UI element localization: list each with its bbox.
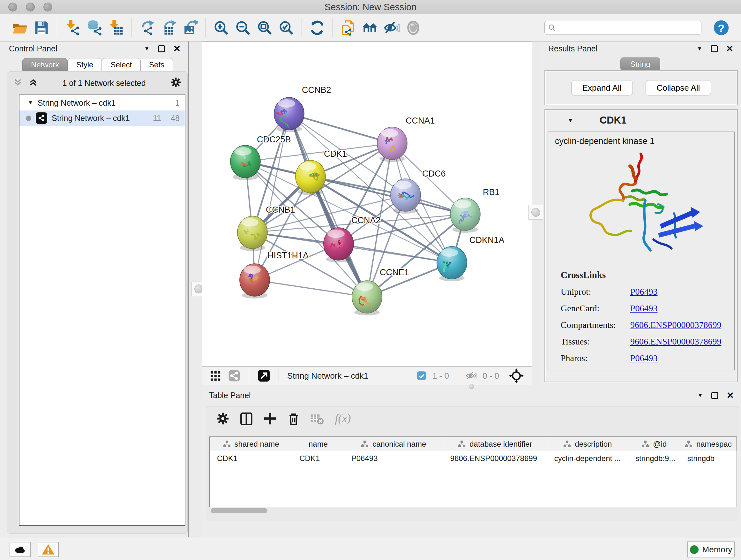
add-column-icon[interactable] [263,412,277,427]
network-view-icon[interactable] [227,368,241,384]
panel-menu-icon[interactable]: ▼ [144,46,150,52]
node-ccnb2[interactable] [274,98,304,132]
collapse-all-button[interactable]: Collapse All [646,80,711,96]
table-horizontal-scrollbar[interactable] [211,508,267,513]
column-header--id[interactable]: @id [628,437,680,451]
horizontal-splitter-handle[interactable] [469,384,474,389]
close-panel-icon[interactable]: ✕ [173,44,181,53]
gear-icon[interactable] [216,412,230,427]
edge-count: 48 [161,114,180,123]
node-ccna1[interactable] [377,127,407,162]
column-header-description[interactable]: description [547,437,628,451]
tab-sets[interactable]: Sets [140,58,173,71]
clone-network-icon[interactable] [340,19,356,36]
float-panel-icon[interactable] [711,45,718,52]
import-table-icon[interactable] [108,19,124,36]
zoom-out-icon[interactable] [234,19,251,36]
network-options-gear-icon[interactable] [170,77,182,89]
column-header-canonical-name[interactable]: canonical name [344,437,443,451]
import-database-icon[interactable] [86,19,103,36]
close-panel-icon[interactable]: ✕ [727,391,734,400]
node-cdc25b[interactable] [230,145,260,180]
open-session-icon[interactable] [11,19,28,36]
crosslink-link[interactable]: 9606.ENSP00000378699 [630,320,721,330]
node-label-hist1h1a: HIST1H1A [267,251,309,260]
export-image-icon[interactable] [182,19,199,36]
node-cdkn1a[interactable] [437,246,467,281]
column-header-shared-name[interactable]: shared name [210,437,292,451]
warnings-button[interactable] [38,542,59,557]
save-session-icon[interactable] [33,19,50,36]
crosslink-row: GeneCard:P06493 [561,303,721,314]
node-cdc6[interactable] [391,179,421,213]
tab-style[interactable]: Style [68,58,102,71]
crosslink-link[interactable]: 9606.ENSP00000378699 [630,336,721,347]
gene-collapse-icon[interactable]: ▼ [567,117,574,124]
table-cell[interactable]: CDK1 [292,451,344,466]
close-panel-icon[interactable]: ✕ [726,44,733,53]
delete-column-icon[interactable] [286,412,300,427]
zoom-fit-icon[interactable] [256,19,273,36]
expand-all-button[interactable]: Expand All [571,80,633,96]
table-cell[interactable]: stringdb [680,451,737,466]
table-row[interactable]: CDK1CDK1P064939606.ENSP00000378699cyclin… [210,451,737,466]
grid-view-icon[interactable] [209,368,222,384]
collapse-all-networks-icon[interactable] [13,78,23,88]
string-home-icon[interactable] [361,19,378,36]
selected-checkbox-icon[interactable] [416,368,427,384]
node-ccnb1[interactable] [238,216,267,251]
expand-all-networks-icon[interactable] [28,78,38,88]
right-splitter[interactable] [532,42,539,385]
tab-network[interactable]: Network [22,58,68,71]
show-all-icon[interactable] [405,19,421,36]
panel-menu-icon[interactable]: ▼ [697,392,703,399]
hide-selected-icon[interactable] [383,19,400,36]
table-cell[interactable]: 9606.ENSP00000378699 [443,451,547,466]
crosslink-link[interactable]: P06493 [630,287,658,297]
tab-select[interactable]: Select [102,58,140,71]
export-table-icon[interactable] [160,19,177,36]
node-label-rb1: RB1 [483,187,500,197]
float-panel-icon[interactable] [158,45,165,52]
import-network-icon[interactable] [64,19,81,36]
table-cell[interactable]: cyclin-dependent ... [547,451,628,466]
node-table: shared namenamecanonical namedatabase id… [209,436,737,507]
left-splitter[interactable] [188,42,202,537]
network-collection-row[interactable]: ▼ String Network – cdk1 1 [19,95,185,111]
node-ccne1[interactable] [352,281,382,315]
zoom-in-icon[interactable] [213,19,229,36]
cytoscape-window: Session: New Session ? Control Panel ▼ ✕… [0,0,741,560]
refresh-icon[interactable] [309,19,326,36]
zoom-selected-icon[interactable] [278,19,294,36]
network-tree: ▼ String Network – cdk1 1 String Network… [19,95,185,526]
network-canvas[interactable]: CCNB2CCNA1CDC25BCDK1CDC6RB1CCNB1CCNA2CDK… [202,42,532,367]
table-cell[interactable]: CDK1 [210,451,292,466]
birdseye-view-icon[interactable] [257,368,271,384]
tab-string[interactable]: String [620,57,660,71]
column-header-database-identifier[interactable]: database identifier [443,437,547,451]
column-header-namespac[interactable]: namespac [680,437,737,451]
search-box[interactable] [544,21,701,35]
panel-menu-icon[interactable]: ▼ [697,46,702,52]
column-header-name[interactable]: name [292,437,344,451]
help-icon[interactable]: ? [713,19,730,36]
fit-content-icon[interactable] [508,368,525,384]
crosslink-link[interactable]: P06493 [630,353,658,363]
edge-ccnb2-ccna1[interactable] [289,114,392,143]
split-columns-icon[interactable] [239,412,253,427]
table-cell[interactable]: stringdb:9... [628,451,680,466]
export-network-icon[interactable] [138,19,155,36]
cloud-status-button[interactable] [10,542,30,557]
table-cell[interactable]: P06493 [344,451,443,466]
node-rb1[interactable] [450,198,480,233]
node-hist1h1a[interactable] [240,264,270,299]
memory-button[interactable]: Memory [687,542,735,557]
horizontal-splitter[interactable] [202,385,741,389]
collection-expand-icon[interactable]: ▼ [28,100,33,106]
network-row[interactable]: String Network – cdk1 11 48 [19,111,185,126]
float-panel-icon[interactable] [711,392,718,399]
crosslink-link[interactable]: P06493 [630,303,658,314]
search-input[interactable] [556,22,698,34]
edge-hist1h1a-ccne1[interactable] [255,280,367,297]
memory-status-dot [690,545,698,554]
